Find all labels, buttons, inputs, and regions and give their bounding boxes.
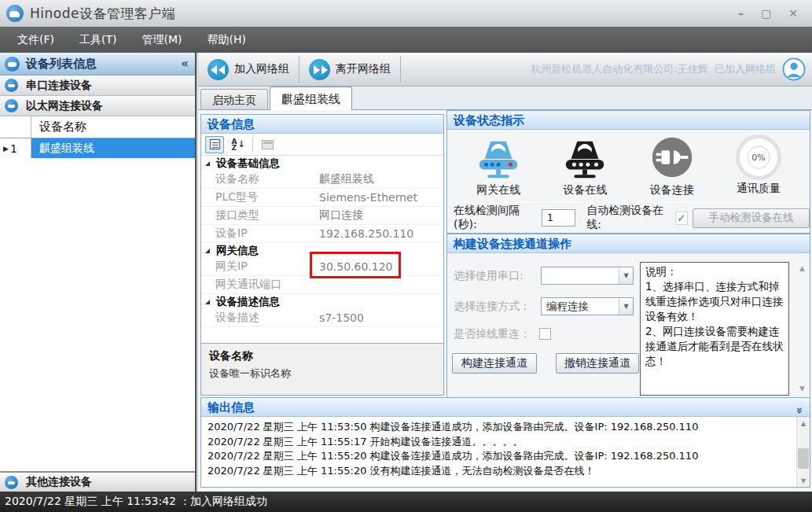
row-index-cell: ▶ 1 — [0, 138, 31, 158]
close-button[interactable]: ✕ — [788, 8, 798, 19]
categorized-view-button[interactable] — [205, 136, 224, 153]
channel-panel-body: 选择使用串口: ▼ 选择连接方式： 编程连接 ▼ 是否掉线重连： 构建连接通道 … — [447, 253, 810, 397]
device-online-indicator: 设备在线 — [546, 133, 624, 202]
property-row[interactable]: 设备IP 192.168.250.110 — [201, 225, 443, 243]
log-list[interactable]: 2020/7/22 星期三 上午 11:53:50 构建设备连接通道成功，添加设… — [201, 417, 796, 487]
log-line: 2020/7/22 星期三 上午 11:53:50 构建设备连接通道成功，添加设… — [208, 420, 790, 435]
user-avatar-icon[interactable] — [782, 57, 806, 81]
auto-detect-checkbox[interactable]: ✓ — [675, 212, 688, 225]
expand-triangle-icon — [205, 249, 210, 253]
property-row[interactable]: PLC型号 Siemens-Ethernet — [201, 189, 443, 207]
property-row[interactable]: 设备名称 麒盛组装线 — [201, 171, 443, 189]
property-pages-icon — [262, 140, 274, 149]
device-table-header: 设备名称 — [0, 116, 195, 138]
property-pages-button[interactable] — [258, 136, 277, 153]
scroll-up-icon[interactable]: ▲ — [799, 264, 805, 272]
device-table-empty-area — [0, 230, 195, 470]
reconnect-checkbox[interactable] — [539, 328, 551, 340]
comm-quality-value: 0% — [747, 145, 770, 169]
leave-network-icon — [309, 59, 330, 80]
instructions-box: 说明： 1、选择串口、连接方式和掉线重连操作选项只对串口连接设备有效！ 2、网口… — [640, 262, 789, 396]
other-device-icon — [5, 476, 18, 489]
join-network-group-button[interactable]: 加入网络组 — [198, 53, 299, 86]
row-gutter — [0, 116, 31, 138]
network-toolbar: 加入网络组 离开网络组 杭州新松机器人自动化有限公司:王佳辉 已加入网络组 — [198, 53, 812, 87]
title-bar: Hinode设备管理客户端 – ▢ ✕ — [0, 0, 812, 27]
property-description-box: 设备名称 设备唯一标识名称 — [201, 343, 443, 395]
category-gateway-info[interactable]: 网关信息 — [201, 243, 443, 258]
menu-help[interactable]: 帮助(H) — [194, 27, 258, 53]
property-grid: 设备基础信息 设备名称 麒盛组装线 PLC型号 Siemens-Ethernet… — [201, 156, 443, 327]
scroll-down-icon[interactable]: ▼ — [797, 474, 810, 487]
manual-detect-button[interactable]: 手动检测设备在线 — [693, 208, 810, 228]
property-row-gateway-ip[interactable]: 网关IP 30.50.60.120 — [201, 258, 443, 276]
sidebar-item-serial-devices[interactable]: 串口连接设备 — [0, 76, 195, 96]
category-basic-info[interactable]: 设备基础信息 — [201, 156, 443, 171]
channel-panel-header: 构建设备连接通道操作 — [447, 234, 810, 253]
scroll-up-icon[interactable]: ▲ — [797, 417, 810, 429]
tab-home[interactable]: 启动主页 — [200, 89, 268, 109]
leave-network-group-button[interactable]: 离开网络组 — [299, 53, 400, 86]
comm-quality-gauge: 0% — [736, 134, 781, 180]
revoke-channel-button[interactable]: 撤销连接通道 — [556, 353, 639, 374]
chevron-down-icon: ▼ — [619, 298, 633, 315]
menu-manage[interactable]: 管理(M) — [129, 27, 194, 53]
serial-device-icon — [5, 79, 18, 92]
serial-port-select[interactable]: ▼ — [541, 267, 634, 285]
sidebar-collapse-icon[interactable]: « — [181, 57, 190, 71]
device-name-cell[interactable]: 麒盛组装线 — [31, 138, 195, 158]
menu-file[interactable]: 文件(F) — [5, 27, 67, 53]
window-title: Hinode设备管理客户端 — [30, 5, 175, 23]
tab-device[interactable]: 麒盛组装线 — [270, 87, 352, 110]
device-table-row[interactable]: ▶ 1 麒盛组装线 — [0, 138, 195, 158]
network-user-status: 杭州新松机器人自动化有限公司:王佳辉 已加入网络组 — [531, 62, 776, 76]
log-line: 2020/7/22 星期三 上午 11:55:17 开始构建设备连接通道。。。。… — [208, 435, 790, 450]
sidebar-header: 设备列表信息 « — [0, 53, 195, 76]
content-area: 加入网络组 离开网络组 杭州新松机器人自动化有限公司:王佳辉 已加入网络组 启动… — [198, 53, 812, 492]
device-connect-icon — [648, 133, 696, 182]
device-status-panel: 设备状态指示 网关在线 — [446, 110, 810, 234]
vertical-scrollbar[interactable]: ▲ ▼ — [796, 417, 810, 487]
sidebar-item-other-devices[interactable]: 其他连接设备 — [0, 471, 195, 492]
output-panel-header: 输出信息 « — [201, 398, 810, 417]
minimize-button[interactable]: – — [738, 8, 744, 19]
alphabetical-sort-button[interactable]: AZ↓ — [229, 136, 248, 153]
device-list-sidebar: 设备列表信息 « 串口连接设备 以太网连接设备 设备名称 ▶ 1 麒盛组装线 其… — [0, 53, 197, 492]
detect-settings-row: 在线检测间隔(秒): 1 自动检测设备在线: ✓ 手动检测设备在线 — [447, 203, 810, 233]
status-bar-message: 2020/7/22 星期三 上午 11:53:42 : 加入网络组成功 — [5, 495, 267, 509]
menu-tools[interactable]: 工具(T) — [67, 27, 129, 53]
device-info-header: 设备信息 — [201, 115, 443, 134]
comm-quality-indicator: 0% 通讯质量 — [719, 133, 798, 202]
device-online-icon — [560, 133, 609, 182]
chevron-down-icon: ▼ — [619, 267, 633, 284]
toolbar-separator — [252, 138, 253, 152]
property-row[interactable]: 接口类型 网口连接 — [201, 207, 443, 225]
collapse-double-chevron-icon[interactable]: « — [788, 407, 807, 414]
sidebar-title: 设备列表信息 — [26, 57, 181, 72]
row-marker-icon: ▶ — [3, 145, 9, 153]
status-bar: 2020/7/22 星期三 上午 11:53:42 : 加入网络组成功 — [0, 492, 812, 512]
join-network-icon — [208, 59, 229, 80]
gateway-online-indicator: 网关在线 — [459, 133, 538, 202]
property-row[interactable]: 网关通讯端口 — [201, 276, 443, 294]
reconnect-label: 是否掉线重连： — [454, 327, 531, 341]
connect-mode-label: 选择连接方式： — [454, 300, 531, 314]
connect-mode-select[interactable]: 编程连接 ▼ — [541, 297, 634, 315]
log-line: 2020/7/22 星期三 上午 11:55:20 构建设备连接通道成功，添加设… — [208, 449, 790, 464]
channel-operation-panel: 构建设备连接通道操作 选择使用串口: ▼ 选择连接方式： 编程连接 ▼ 是否掉线… — [446, 234, 810, 397]
sidebar-item-ethernet-devices[interactable]: 以太网连接设备 — [0, 96, 195, 116]
device-status-header: 设备状态指示 — [447, 111, 810, 130]
expand-triangle-icon — [205, 300, 210, 304]
output-panel: 输出信息 « 2020/7/22 星期三 上午 11:53:50 构建设备连接通… — [200, 397, 810, 488]
scroll-down-icon[interactable]: ▼ — [799, 385, 805, 392]
gateway-online-icon — [474, 133, 523, 182]
interval-input[interactable]: 1 — [542, 209, 575, 227]
scrollbar-thumb[interactable] — [798, 448, 809, 469]
device-name-column-header: 设备名称 — [31, 116, 195, 138]
build-channel-button[interactable]: 构建连接通道 — [452, 353, 537, 374]
category-description-info[interactable]: 设备描述信息 — [201, 294, 443, 309]
az-sort-icon: AZ↓ — [231, 138, 244, 151]
maximize-button[interactable]: ▢ — [761, 8, 771, 19]
property-row[interactable]: 设备描述 s7-1500 — [201, 309, 443, 327]
device-page: 设备信息 AZ↓ 设备基础信息 设备名称 麒盛组装线 P — [198, 110, 812, 492]
